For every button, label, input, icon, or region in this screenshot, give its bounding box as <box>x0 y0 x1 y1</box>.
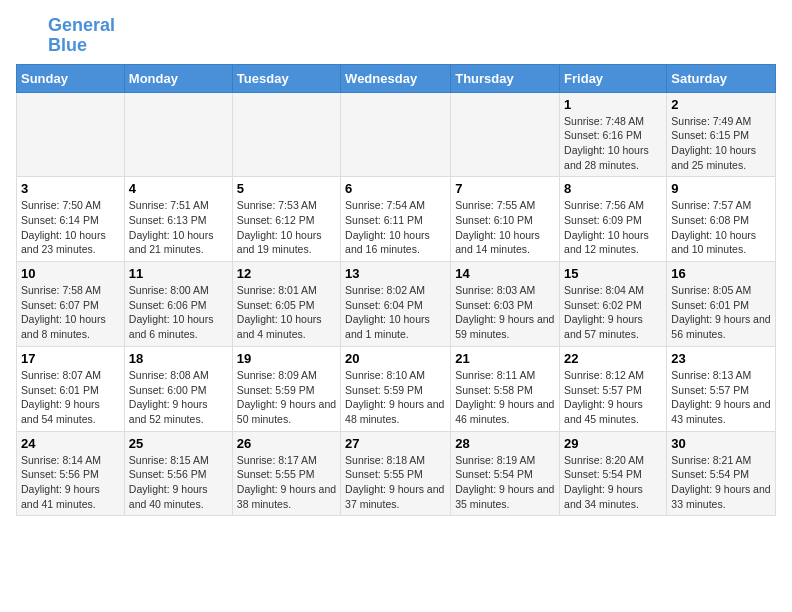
day-info: Sunrise: 8:07 AM Sunset: 6:01 PM Dayligh… <box>21 368 120 427</box>
calendar-cell: 30Sunrise: 8:21 AM Sunset: 5:54 PM Dayli… <box>667 431 776 516</box>
day-number: 20 <box>345 351 446 366</box>
calendar-cell: 7Sunrise: 7:55 AM Sunset: 6:10 PM Daylig… <box>451 177 560 262</box>
day-info: Sunrise: 8:08 AM Sunset: 6:00 PM Dayligh… <box>129 368 228 427</box>
calendar-cell <box>124 92 232 177</box>
calendar-table: SundayMondayTuesdayWednesdayThursdayFrid… <box>16 64 776 517</box>
calendar-cell: 8Sunrise: 7:56 AM Sunset: 6:09 PM Daylig… <box>560 177 667 262</box>
calendar-cell: 16Sunrise: 8:05 AM Sunset: 6:01 PM Dayli… <box>667 262 776 347</box>
calendar-cell: 26Sunrise: 8:17 AM Sunset: 5:55 PM Dayli… <box>232 431 340 516</box>
weekday-header: Saturday <box>667 64 776 92</box>
calendar-cell: 25Sunrise: 8:15 AM Sunset: 5:56 PM Dayli… <box>124 431 232 516</box>
day-number: 25 <box>129 436 228 451</box>
calendar-cell: 11Sunrise: 8:00 AM Sunset: 6:06 PM Dayli… <box>124 262 232 347</box>
day-number: 29 <box>564 436 662 451</box>
calendar-week-row: 3Sunrise: 7:50 AM Sunset: 6:14 PM Daylig… <box>17 177 776 262</box>
day-info: Sunrise: 8:02 AM Sunset: 6:04 PM Dayligh… <box>345 283 446 342</box>
weekday-header: Thursday <box>451 64 560 92</box>
page-header: GeneralBlue <box>16 16 776 56</box>
day-number: 5 <box>237 181 336 196</box>
calendar-week-row: 24Sunrise: 8:14 AM Sunset: 5:56 PM Dayli… <box>17 431 776 516</box>
day-info: Sunrise: 8:09 AM Sunset: 5:59 PM Dayligh… <box>237 368 336 427</box>
calendar-cell: 23Sunrise: 8:13 AM Sunset: 5:57 PM Dayli… <box>667 346 776 431</box>
weekday-header: Friday <box>560 64 667 92</box>
day-info: Sunrise: 8:03 AM Sunset: 6:03 PM Dayligh… <box>455 283 555 342</box>
calendar-cell: 27Sunrise: 8:18 AM Sunset: 5:55 PM Dayli… <box>341 431 451 516</box>
day-info: Sunrise: 8:05 AM Sunset: 6:01 PM Dayligh… <box>671 283 771 342</box>
day-info: Sunrise: 7:53 AM Sunset: 6:12 PM Dayligh… <box>237 198 336 257</box>
day-info: Sunrise: 8:11 AM Sunset: 5:58 PM Dayligh… <box>455 368 555 427</box>
calendar-cell: 6Sunrise: 7:54 AM Sunset: 6:11 PM Daylig… <box>341 177 451 262</box>
calendar-week-row: 17Sunrise: 8:07 AM Sunset: 6:01 PM Dayli… <box>17 346 776 431</box>
calendar-cell: 29Sunrise: 8:20 AM Sunset: 5:54 PM Dayli… <box>560 431 667 516</box>
calendar-cell: 9Sunrise: 7:57 AM Sunset: 6:08 PM Daylig… <box>667 177 776 262</box>
calendar-cell: 21Sunrise: 8:11 AM Sunset: 5:58 PM Dayli… <box>451 346 560 431</box>
weekday-header: Tuesday <box>232 64 340 92</box>
day-info: Sunrise: 8:21 AM Sunset: 5:54 PM Dayligh… <box>671 453 771 512</box>
day-number: 14 <box>455 266 555 281</box>
logo-text: GeneralBlue <box>48 16 115 56</box>
day-number: 7 <box>455 181 555 196</box>
day-number: 10 <box>21 266 120 281</box>
calendar-cell <box>232 92 340 177</box>
day-number: 21 <box>455 351 555 366</box>
calendar-cell: 22Sunrise: 8:12 AM Sunset: 5:57 PM Dayli… <box>560 346 667 431</box>
day-number: 6 <box>345 181 446 196</box>
calendar-cell: 24Sunrise: 8:14 AM Sunset: 5:56 PM Dayli… <box>17 431 125 516</box>
day-number: 8 <box>564 181 662 196</box>
calendar-cell: 2Sunrise: 7:49 AM Sunset: 6:15 PM Daylig… <box>667 92 776 177</box>
weekday-header: Monday <box>124 64 232 92</box>
day-number: 27 <box>345 436 446 451</box>
day-number: 9 <box>671 181 771 196</box>
day-number: 28 <box>455 436 555 451</box>
calendar-week-row: 1Sunrise: 7:48 AM Sunset: 6:16 PM Daylig… <box>17 92 776 177</box>
day-number: 2 <box>671 97 771 112</box>
day-info: Sunrise: 8:18 AM Sunset: 5:55 PM Dayligh… <box>345 453 446 512</box>
day-number: 19 <box>237 351 336 366</box>
day-info: Sunrise: 7:51 AM Sunset: 6:13 PM Dayligh… <box>129 198 228 257</box>
day-info: Sunrise: 8:15 AM Sunset: 5:56 PM Dayligh… <box>129 453 228 512</box>
day-info: Sunrise: 8:12 AM Sunset: 5:57 PM Dayligh… <box>564 368 662 427</box>
day-number: 17 <box>21 351 120 366</box>
day-info: Sunrise: 8:14 AM Sunset: 5:56 PM Dayligh… <box>21 453 120 512</box>
day-info: Sunrise: 8:17 AM Sunset: 5:55 PM Dayligh… <box>237 453 336 512</box>
weekday-header: Wednesday <box>341 64 451 92</box>
day-number: 12 <box>237 266 336 281</box>
day-number: 11 <box>129 266 228 281</box>
calendar-cell: 4Sunrise: 7:51 AM Sunset: 6:13 PM Daylig… <box>124 177 232 262</box>
weekday-header: Sunday <box>17 64 125 92</box>
calendar-cell: 1Sunrise: 7:48 AM Sunset: 6:16 PM Daylig… <box>560 92 667 177</box>
day-number: 22 <box>564 351 662 366</box>
day-info: Sunrise: 8:13 AM Sunset: 5:57 PM Dayligh… <box>671 368 771 427</box>
calendar-cell <box>17 92 125 177</box>
calendar-cell <box>341 92 451 177</box>
day-info: Sunrise: 7:48 AM Sunset: 6:16 PM Dayligh… <box>564 114 662 173</box>
day-info: Sunrise: 7:55 AM Sunset: 6:10 PM Dayligh… <box>455 198 555 257</box>
day-number: 18 <box>129 351 228 366</box>
day-number: 4 <box>129 181 228 196</box>
calendar-cell: 13Sunrise: 8:02 AM Sunset: 6:04 PM Dayli… <box>341 262 451 347</box>
day-info: Sunrise: 8:10 AM Sunset: 5:59 PM Dayligh… <box>345 368 446 427</box>
calendar-cell: 5Sunrise: 7:53 AM Sunset: 6:12 PM Daylig… <box>232 177 340 262</box>
calendar-cell: 18Sunrise: 8:08 AM Sunset: 6:00 PM Dayli… <box>124 346 232 431</box>
calendar-cell: 28Sunrise: 8:19 AM Sunset: 5:54 PM Dayli… <box>451 431 560 516</box>
calendar-week-row: 10Sunrise: 7:58 AM Sunset: 6:07 PM Dayli… <box>17 262 776 347</box>
day-info: Sunrise: 8:00 AM Sunset: 6:06 PM Dayligh… <box>129 283 228 342</box>
logo: GeneralBlue <box>16 16 115 56</box>
calendar-cell: 12Sunrise: 8:01 AM Sunset: 6:05 PM Dayli… <box>232 262 340 347</box>
day-number: 26 <box>237 436 336 451</box>
calendar-cell: 10Sunrise: 7:58 AM Sunset: 6:07 PM Dayli… <box>17 262 125 347</box>
day-info: Sunrise: 8:04 AM Sunset: 6:02 PM Dayligh… <box>564 283 662 342</box>
day-number: 23 <box>671 351 771 366</box>
day-info: Sunrise: 7:58 AM Sunset: 6:07 PM Dayligh… <box>21 283 120 342</box>
day-info: Sunrise: 7:56 AM Sunset: 6:09 PM Dayligh… <box>564 198 662 257</box>
weekday-header-row: SundayMondayTuesdayWednesdayThursdayFrid… <box>17 64 776 92</box>
day-number: 15 <box>564 266 662 281</box>
calendar-cell: 15Sunrise: 8:04 AM Sunset: 6:02 PM Dayli… <box>560 262 667 347</box>
calendar-cell <box>451 92 560 177</box>
day-number: 13 <box>345 266 446 281</box>
day-info: Sunrise: 7:57 AM Sunset: 6:08 PM Dayligh… <box>671 198 771 257</box>
day-info: Sunrise: 7:50 AM Sunset: 6:14 PM Dayligh… <box>21 198 120 257</box>
day-info: Sunrise: 8:20 AM Sunset: 5:54 PM Dayligh… <box>564 453 662 512</box>
calendar-cell: 14Sunrise: 8:03 AM Sunset: 6:03 PM Dayli… <box>451 262 560 347</box>
day-number: 16 <box>671 266 771 281</box>
